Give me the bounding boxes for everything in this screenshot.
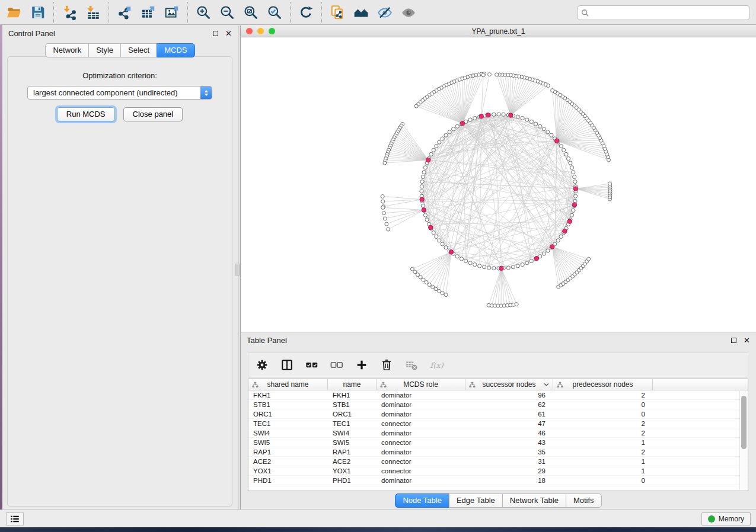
column-header-successor-nodes[interactable]: successor nodes — [465, 379, 553, 390]
zoom-fit-button[interactable] — [239, 2, 263, 23]
cell-mcds-role: dominator — [377, 477, 465, 484]
tab-network[interactable]: Network — [45, 43, 89, 57]
open-session-button[interactable] — [2, 2, 26, 23]
cell-shared-name: PHD1 — [248, 477, 328, 484]
delete-column-icon — [380, 358, 393, 371]
control-panel-close-button[interactable]: ✕ — [225, 31, 232, 37]
cell-predecessor-nodes: 1 — [553, 439, 653, 446]
cell-shared-name: FKH1 — [248, 392, 328, 399]
cell-successor-nodes: 29 — [465, 467, 553, 475]
run-mcds-button[interactable]: Run MCDS — [57, 107, 115, 121]
table-row[interactable]: ACE2ACE2connector311 — [248, 457, 748, 466]
main-toolbar — [0, 0, 756, 25]
toolbar-separator — [53, 2, 54, 23]
tab-network-table[interactable]: Network Table — [502, 493, 566, 508]
save-session-icon — [30, 5, 46, 20]
network-window-title: YPA_prune.txt_1 — [241, 27, 756, 36]
table-row[interactable]: SWI4SWI4dominator462 — [248, 428, 748, 438]
cell-predecessor-nodes: 2 — [553, 448, 653, 456]
tab-style[interactable]: Style — [88, 43, 121, 57]
add-column-button[interactable] — [354, 357, 369, 373]
toolbar-icon-strip — [2, 2, 420, 23]
table-row[interactable]: YOX1YOX1connector291 — [248, 466, 748, 476]
export-table-icon — [141, 5, 156, 20]
deselect-all-icon — [330, 358, 343, 371]
shared-column-icon — [252, 382, 259, 388]
export-image-button[interactable] — [160, 2, 184, 23]
export-table-button[interactable] — [136, 2, 160, 23]
column-header-name[interactable]: name — [328, 379, 377, 390]
zoom-out-button[interactable] — [215, 2, 239, 23]
shared-column-icon — [380, 382, 387, 388]
import-network-button[interactable] — [58, 2, 81, 23]
column-header-predecessor-nodes[interactable]: predecessor nodes — [553, 379, 653, 390]
node-table: shared namenameMCDS rolesuccessor nodesp… — [248, 379, 748, 491]
table-row[interactable]: PHD1PHD1dominator180 — [248, 476, 748, 485]
show-all-icon — [401, 5, 416, 20]
status-list-button[interactable] — [6, 512, 24, 525]
deselect-all-button[interactable] — [329, 357, 344, 373]
export-network-icon — [117, 5, 132, 20]
cell-shared-name: SWI4 — [248, 430, 328, 437]
network-graph[interactable] — [241, 37, 756, 332]
split-view-button[interactable] — [279, 357, 295, 373]
cell-mcds-role: connector — [377, 467, 465, 475]
cell-predecessor-nodes: 0 — [553, 411, 653, 418]
cell-shared-name: ACE2 — [248, 458, 328, 465]
tab-select[interactable]: Select — [120, 43, 157, 57]
tab-mcds[interactable]: MCDS — [157, 43, 194, 57]
settings-button[interactable] — [254, 357, 270, 373]
table-row[interactable]: RAP1RAP1dominator352 — [248, 447, 748, 457]
optimization-criterion-label: Optimization criterion: — [8, 71, 232, 80]
function-builder-button — [429, 357, 444, 373]
search-input[interactable] — [592, 8, 746, 18]
new-network-from-selection-button[interactable] — [326, 2, 349, 23]
hide-selected-button[interactable] — [373, 2, 397, 23]
table-row[interactable]: TEC1TEC1connector472 — [248, 419, 748, 428]
table-panel-float-button[interactable] — [731, 338, 736, 343]
table-row[interactable]: SWI5SWI5connector431 — [248, 438, 748, 447]
refresh-button[interactable] — [294, 2, 318, 23]
cell-shared-name: ORC1 — [248, 411, 328, 418]
table-row[interactable]: FKH1FKH1dominator962 — [248, 390, 748, 400]
control-panel-float-button[interactable] — [213, 31, 218, 36]
zoom-selected-button[interactable] — [263, 2, 286, 23]
table-row[interactable]: STB1STB1dominator620 — [248, 400, 748, 409]
network-window-titlebar[interactable]: YPA_prune.txt_1 — [241, 25, 756, 37]
table-panel-close-button[interactable]: ✕ — [744, 338, 750, 344]
settings-icon — [256, 358, 269, 371]
search-box[interactable] — [577, 5, 750, 20]
cell-successor-nodes: 96 — [465, 392, 553, 399]
column-header-shared-name[interactable]: shared name — [248, 379, 328, 390]
zoom-selected-icon — [267, 5, 282, 20]
table-row[interactable]: ORC1ORC1dominator610 — [248, 409, 748, 419]
select-all-button[interactable] — [304, 357, 320, 373]
delete-table-button — [404, 357, 419, 373]
network-canvas[interactable] — [241, 37, 756, 332]
optimization-criterion-select[interactable]: largest connected component (undirected) — [27, 86, 212, 100]
zoom-in-button[interactable] — [192, 2, 215, 23]
delete-column-button[interactable] — [379, 357, 394, 373]
divider-grip[interactable] — [235, 264, 240, 275]
toolbar-separator — [187, 2, 188, 23]
save-session-button[interactable] — [26, 2, 50, 23]
cell-shared-name: RAP1 — [248, 448, 328, 456]
tab-node-table[interactable]: Node Table — [395, 493, 449, 508]
node-table-scrollbar[interactable] — [739, 391, 747, 490]
tab-edge-table[interactable]: Edge Table — [449, 493, 503, 508]
split-view-icon — [280, 358, 294, 371]
cell-successor-nodes: 46 — [465, 430, 553, 437]
show-all-button[interactable] — [397, 2, 420, 23]
import-network-icon — [62, 5, 77, 20]
memory-button[interactable]: Memory — [701, 512, 751, 525]
cell-predecessor-nodes: 0 — [553, 477, 653, 484]
first-neighbors-button[interactable] — [349, 2, 373, 23]
cell-mcds-role: connector — [377, 420, 465, 427]
tab-motifs[interactable]: Motifs — [566, 493, 602, 508]
node-table-scrollbar-thumb[interactable] — [741, 396, 747, 449]
memory-status-icon — [708, 515, 715, 523]
close-panel-button[interactable]: Close panel — [123, 107, 183, 121]
import-table-button[interactable] — [81, 2, 105, 23]
export-network-button[interactable] — [113, 2, 136, 23]
column-header-mcds-role[interactable]: MCDS role — [377, 379, 465, 390]
